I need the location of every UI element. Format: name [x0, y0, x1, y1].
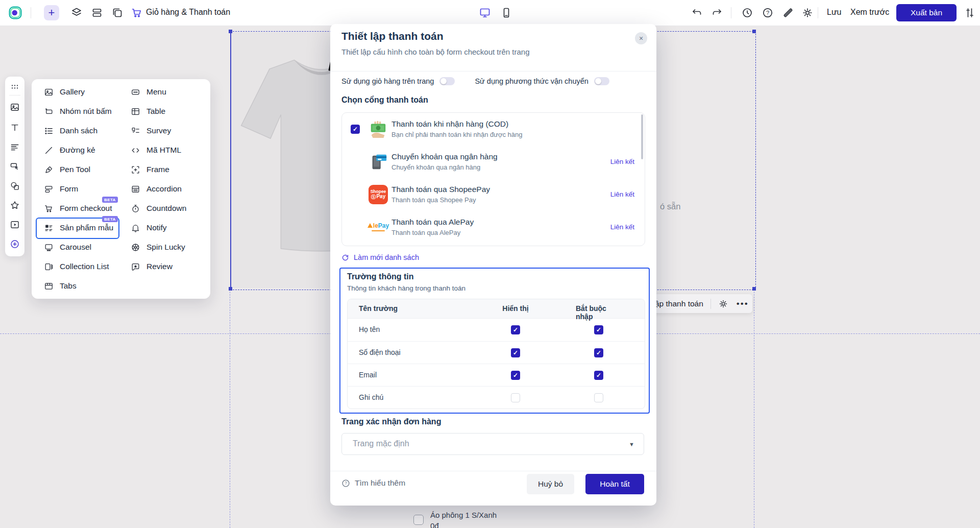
alepay-link-button[interactable]: Liên kết [610, 223, 634, 231]
help-icon[interactable]: ? [762, 7, 774, 19]
settings-gear-icon[interactable] [801, 7, 814, 19]
menu-item-review[interactable]: Review [131, 259, 173, 274]
checkbox-required-so-dien-thoai[interactable] [594, 348, 603, 357]
menu-item-gallery[interactable]: Gallery [44, 84, 85, 100]
cancel-button[interactable]: Huỷ bỏ [527, 474, 574, 494]
shapes-widget-icon[interactable] [10, 181, 20, 191]
checkbox-required-ho-ten[interactable] [594, 325, 603, 334]
refresh-list-button[interactable]: Làm mới danh sách [341, 253, 419, 261]
menu-item-menu[interactable]: Menu [131, 84, 166, 100]
gateway-item-alepay[interactable]: lePay Thanh toán qua AlePay Thanh toán q… [342, 211, 645, 244]
save-button[interactable]: Lưu [827, 8, 842, 17]
selection-handle-bottom-left[interactable] [229, 287, 232, 291]
menu-item-notify[interactable]: Notify [131, 220, 167, 235]
button-widget-icon[interactable] [10, 161, 20, 172]
bank-link-button[interactable]: Liên kết [610, 158, 634, 165]
paragraph-widget-icon[interactable] [10, 142, 20, 152]
preview-button[interactable]: Xem trước [850, 8, 889, 17]
product-name: Áo phông 1 S/Xanh [430, 511, 497, 519]
frame-icon [131, 165, 140, 175]
publish-button[interactable]: Xuất bản [896, 4, 957, 21]
element-settings-gear-icon[interactable] [718, 299, 728, 309]
mobile-view-icon[interactable] [500, 7, 512, 19]
add-widget-button[interactable]: + [44, 5, 59, 20]
product-checkbox[interactable] [413, 515, 424, 525]
menu-item-table[interactable]: Table [131, 104, 165, 119]
checkbox-show-email[interactable] [511, 371, 520, 380]
redo-icon[interactable] [711, 7, 723, 19]
checkbox-required-email[interactable] [594, 371, 603, 380]
checkbox-show-so-dien-thoai[interactable] [511, 348, 520, 357]
cod-checkbox[interactable] [351, 125, 360, 134]
gateway-list-scrollbar[interactable] [641, 114, 643, 159]
menu-item-line[interactable]: Đường kẻ [44, 142, 95, 158]
menu-item-sample-product[interactable]: Sản phẩm mẫu [44, 220, 113, 235]
rail-divider [9, 95, 20, 95]
pen-tool-icon [44, 165, 54, 175]
menu-item-accordion[interactable]: Accordion [131, 181, 182, 197]
menu-item-tabs[interactable]: Tabs [44, 278, 77, 294]
selection-handle-top-right[interactable] [752, 30, 756, 33]
guide-line-vertical-right [754, 289, 754, 528]
tabs-icon [44, 281, 54, 291]
chevron-down-icon: ▼ [629, 441, 634, 447]
menu-item-pen-tool[interactable]: Pen Tool [44, 162, 90, 177]
app-logo[interactable] [8, 6, 22, 20]
close-icon[interactable]: × [635, 32, 647, 44]
menu-item-spin-lucky[interactable]: Spin Lucky [131, 239, 185, 255]
gateway-item-cod[interactable]: Thanh toán khi nhận hàng (COD) Bạn chỉ p… [342, 113, 645, 146]
history-icon[interactable] [741, 7, 753, 19]
menu-item-countdown[interactable]: Countdown [131, 201, 186, 216]
gallery-icon [44, 87, 54, 97]
undo-icon[interactable] [691, 7, 703, 19]
image-widget-icon[interactable] [10, 102, 20, 112]
shopeepay-link-button[interactable]: Liên kết [610, 190, 634, 198]
spin-wheel-icon [131, 243, 140, 252]
desktop-view-icon[interactable] [479, 7, 491, 19]
selection-handle-bottom-right[interactable] [752, 287, 756, 291]
menu-item-frame[interactable]: Frame [131, 162, 169, 177]
alepay-tagline-bar [372, 230, 385, 231]
gateway-item-shopeepay[interactable]: Shopee SPay Thanh toán qua ShopeePay Tha… [342, 178, 645, 211]
menu-item-form[interactable]: Form [44, 181, 78, 197]
column-header-name: Tên trường [359, 304, 398, 313]
checkbox-show-ho-ten[interactable] [511, 325, 520, 334]
gateway-item-bank[interactable]: Chuyển khoản qua ngân hàng Chuyển khoản … [342, 146, 645, 178]
sliders-icon[interactable] [964, 7, 976, 19]
widget-menu-popup: Gallery Nhóm nút bấm Danh sách Đường kẻ … [32, 79, 210, 299]
menu-item-list[interactable]: Danh sách [44, 123, 97, 138]
carousel-icon [44, 243, 54, 252]
design-tools-icon[interactable] [782, 7, 794, 19]
add-more-widgets-icon[interactable] [10, 239, 20, 249]
confirm-page-dropdown[interactable]: Trang mặc định ▼ [341, 433, 644, 455]
menu-item-survey[interactable]: Survey [131, 123, 171, 138]
review-icon [131, 262, 140, 272]
learn-more-link[interactable]: ? Tìm hiểu thêm [341, 478, 405, 488]
menu-item-html-code[interactable]: Mã HTML [131, 142, 181, 158]
use-cart-toggle[interactable] [439, 77, 455, 85]
checkbox-required-ghi-chu[interactable] [594, 393, 603, 402]
gateway-subtitle: Chuyển khoản qua ngân hàng [391, 163, 480, 171]
refresh-icon [341, 254, 349, 261]
layers-icon[interactable] [70, 7, 83, 19]
dropdown-value: Trang mặc định [353, 439, 409, 448]
checkbox-show-ghi-chu[interactable] [511, 393, 520, 402]
gateway-section-heading: Chọn cổng thanh toán [341, 95, 428, 105]
setup-payment-button-partial[interactable]: ập thanh toán [655, 299, 703, 308]
sections-icon[interactable] [91, 7, 103, 19]
menu-item-button-group[interactable]: Nhóm nút bấm [44, 104, 112, 119]
element-floating-toolbar: ập thanh toán ••• [642, 294, 752, 313]
menu-item-carousel[interactable]: Carousel [44, 239, 91, 255]
pages-copy-icon[interactable] [111, 7, 124, 19]
menu-item-form-checkout[interactable]: Form checkout [44, 201, 112, 216]
star-widget-icon[interactable] [10, 200, 20, 210]
shopeepay-icon: Shopee SPay [369, 185, 388, 204]
menu-item-collection-list[interactable]: Collection List [44, 259, 109, 274]
sample-product-icon [44, 223, 54, 233]
done-button[interactable]: Hoàn tất [585, 474, 644, 494]
apps-grid-icon[interactable] [10, 82, 20, 92]
text-widget-icon[interactable] [10, 123, 20, 133]
selection-handle-top-left[interactable] [229, 30, 232, 33]
use-shipping-toggle[interactable] [594, 77, 609, 85]
video-widget-icon[interactable] [10, 220, 20, 230]
